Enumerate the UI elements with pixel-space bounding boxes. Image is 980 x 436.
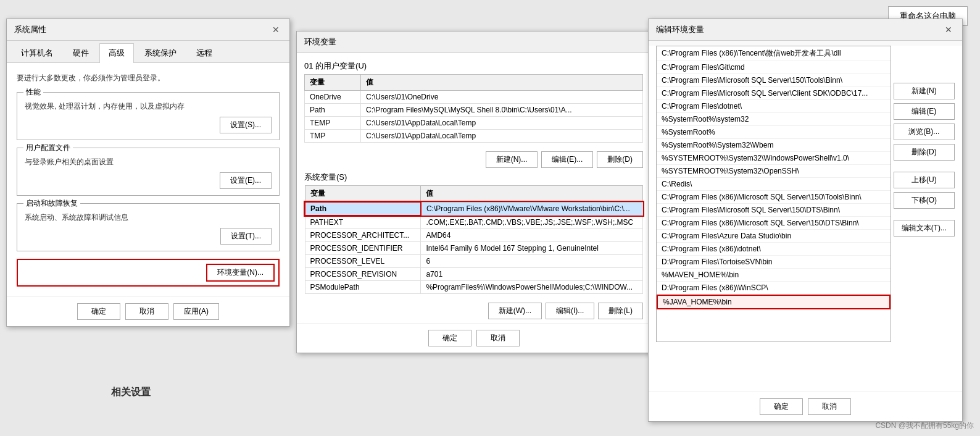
user-profile-settings-button[interactable]: 设置(E)... (220, 172, 272, 189)
user-vars-table: 变量 值 OneDriveC:\Users\01\OneDrivePathC:\… (304, 74, 643, 143)
path-entry[interactable]: C:\Program Files\Microsoft SQL Server\15… (657, 204, 891, 217)
user-var-name: TEMP (305, 117, 361, 130)
edit-ok-button[interactable]: 确定 (760, 398, 803, 415)
startup-recovery-label: 启动和故障恢复 (23, 198, 80, 209)
edit-env-footer: 确定 取消 (649, 392, 962, 421)
system-props-apply-button[interactable]: 应用(A) (173, 303, 219, 320)
edit-side-buttons: 新建(N) 编辑(E) 浏览(B)... 删除(D) 上移(U) 下移(O) 编… (894, 83, 955, 237)
env-dialog-body: 01 的用户变量(U) 变量 值 OneDriveC:\Users\01\One… (297, 53, 650, 323)
path-entry[interactable]: %SYSTEMROOT%\System32\OpenSSH\ (657, 165, 891, 178)
edit-up-button[interactable]: 上移(U) (894, 172, 955, 188)
path-entry[interactable]: C:\Program Files\Git\cmd (657, 61, 891, 74)
user-var-name: TMP (305, 130, 361, 143)
user-profile-label: 用户配置文件 (23, 143, 73, 153)
performance-settings-button[interactable]: 设置(S)... (220, 117, 272, 133)
env-cancel-button[interactable]: 取消 (476, 330, 520, 346)
user-profile-desc: 与登录账户相关的桌面设置 (25, 157, 272, 167)
system-props-ok-button[interactable]: 确定 (77, 303, 120, 320)
user-var-value: C:\Users\01\AppData\Local\Temp (360, 117, 642, 130)
sys-vars-section: 系统变量(S) 变量 值 PathC:\Program Files (x86)\… (304, 172, 643, 294)
sys-var-row[interactable]: PROCESSOR_LEVEL6 (305, 255, 643, 268)
sys-var-row[interactable]: PROCESSOR_IDENTIFIERIntel64 Family 6 Mod… (305, 242, 643, 255)
sys-new-button[interactable]: 新建(W)... (488, 303, 542, 319)
edit-text-button[interactable]: 编辑文本(T)... (894, 220, 955, 237)
performance-label: 性能 (23, 87, 43, 98)
path-entry[interactable]: D:\Program Files (x86)\WinSCP\ (657, 282, 891, 295)
path-entry[interactable]: %SYSTEMROOT%\System32\WindowsPowerShell\… (657, 152, 891, 165)
user-new-button[interactable]: 新建(N)... (486, 151, 538, 168)
tab-hardware[interactable]: 硬件 (64, 43, 98, 62)
tab-computer-name[interactable]: 计算机名 (12, 43, 62, 62)
system-props-close-button[interactable]: ✕ (270, 25, 282, 35)
path-entry[interactable]: C:\Program Files\Azure Data Studio\bin (657, 230, 891, 243)
system-props-cancel-button[interactable]: 取消 (125, 303, 168, 320)
sys-vars-label: 系统变量(S) (304, 172, 643, 183)
env-dialog-title: 环境变量 (304, 36, 336, 48)
path-entry[interactable]: C:\Program Files (x86)\Tencent\微信web开发者工… (657, 46, 891, 61)
edit-env-close-button[interactable]: ✕ (942, 25, 955, 35)
user-edit-button[interactable]: 编辑(E)... (541, 151, 593, 168)
path-entry[interactable]: C:\Program Files (x86)\Microsoft SQL Ser… (657, 191, 891, 204)
sys-var-value: .COM;.EXE;.BAT;.CMD;.VBS;.VBE;.JS;.JSE;.… (421, 216, 643, 229)
sys-var-value: %ProgramFiles%\WindowsPowerShell\Modules… (421, 281, 643, 294)
sys-var-row[interactable]: PROCESSOR_ARCHITECT...AMD64 (305, 229, 643, 242)
env-dialog-titlebar: 环境变量 (297, 31, 650, 53)
sys-var-row[interactable]: PATHEXT.COM;.EXE;.BAT;.CMD;.VBS;.VBE;.JS… (305, 216, 643, 229)
sys-var-row[interactable]: PROCESSOR_REVISIONa701 (305, 268, 643, 281)
tab-system-protection[interactable]: 系统保护 (135, 43, 186, 62)
sys-var-name: Path (305, 202, 421, 216)
user-var-row[interactable]: OneDriveC:\Users\01\OneDrive (305, 91, 643, 104)
path-entry[interactable]: %SystemRoot%\System32\Wbem (657, 139, 891, 152)
sys-var-row[interactable]: PSModulePath%ProgramFiles%\WindowsPowerS… (305, 281, 643, 294)
edit-env-titlebar: 编辑环境变量 ✕ (649, 19, 962, 41)
user-var-row[interactable]: PathC:\Program Files\MySQL\MySQL Shell 8… (305, 104, 643, 117)
edit-delete-button[interactable]: 删除(D) (894, 144, 955, 161)
admin-warning: 要进行大多数更改，你必须作为管理员登录。 (17, 73, 280, 83)
path-entry[interactable]: C:\Program Files\Microsoft SQL Server\Cl… (657, 87, 891, 100)
sys-delete-button[interactable]: 删除(L) (598, 303, 643, 319)
user-var-row[interactable]: TMPC:\Users\01\AppData\Local\Temp (305, 130, 643, 143)
user-var-value: C:\Users\01\OneDrive (360, 91, 642, 104)
user-var-value-header: 值 (360, 75, 642, 91)
tab-advanced[interactable]: 高级 (99, 43, 134, 63)
edit-new-button[interactable]: 新建(N) (894, 83, 955, 99)
startup-recovery-settings-button[interactable]: 设置(T)... (220, 228, 272, 245)
edit-edit-button[interactable]: 编辑(E) (894, 103, 955, 120)
path-entry[interactable]: C:\Program Files\Microsoft SQL Server\15… (657, 74, 891, 87)
sys-vars-table: 变量 值 PathC:\Program Files (x86)\VMware\V… (304, 185, 643, 294)
user-var-name: Path (305, 104, 361, 117)
user-profile-group: 用户配置文件 与登录账户相关的桌面设置 设置(E)... (17, 148, 280, 196)
user-var-row[interactable]: TEMPC:\Users\01\AppData\Local\Temp (305, 117, 643, 130)
system-props-title: 系统属性 (14, 24, 46, 35)
path-entry[interactable]: C:\Program Files (x86)\Microsoft SQL Ser… (657, 217, 891, 230)
user-var-value: C:\Program Files\MySQL\MySQL Shell 8.0\b… (360, 104, 642, 117)
path-entry[interactable]: C:\Program Files\dotnet\ (657, 100, 891, 113)
env-dialog-footer: 确定 取消 (297, 323, 650, 353)
path-entry[interactable]: D:\Program Files\TortoiseSVN\bin (657, 256, 891, 269)
path-entry[interactable]: %SystemRoot% (657, 126, 891, 139)
path-entry[interactable]: %JAVA_HOME%\bin (657, 295, 891, 309)
path-entry[interactable]: C:\Program Files (x86)\dotnet\ (657, 243, 891, 256)
path-entry[interactable]: %SystemRoot%\system32 (657, 113, 891, 126)
startup-recovery-group: 启动和故障恢复 系统启动、系统故障和调试信息 设置(T)... (17, 203, 280, 251)
watermark: CSDN @我不配拥有55kg的你 (875, 421, 974, 431)
sys-var-row[interactable]: PathC:\Program Files (x86)\VMware\VMware… (305, 202, 643, 216)
user-delete-button[interactable]: 删除(D) (597, 151, 643, 168)
path-entry[interactable]: C:\Redis\ (657, 178, 891, 191)
system-props-dialog: 系统属性 ✕ 计算机名 硬件 高级 系统保护 远程 要进行大多数更改，你必须作为… (6, 19, 290, 327)
tab-remote[interactable]: 远程 (187, 43, 222, 62)
edit-down-button[interactable]: 下移(O) (894, 192, 955, 209)
path-entry[interactable]: %MAVEN_HOME%\bin (657, 269, 891, 282)
system-props-body: 要进行大多数更改，你必须作为管理员登录。 性能 视觉效果, 处理器计划，内存使用… (7, 63, 289, 296)
edit-cancel-button[interactable]: 取消 (808, 398, 851, 415)
path-entries-list[interactable]: C:\Program Files (x86)\Tencent\微信web开发者工… (656, 46, 891, 342)
user-var-name: OneDrive (305, 91, 361, 104)
env-variables-button[interactable]: 环境变量(N)... (206, 264, 275, 282)
edit-env-title: 编辑环境变量 (656, 24, 704, 35)
sys-var-name: PSModulePath (305, 281, 421, 294)
sys-edit-button[interactable]: 编辑(I)... (546, 303, 594, 319)
edit-browse-button[interactable]: 浏览(B)... (894, 124, 955, 140)
performance-desc: 视觉效果, 处理器计划，内存使用，以及虚拟内存 (25, 101, 272, 112)
env-ok-button[interactable]: 确定 (428, 330, 471, 346)
edit-env-dialog: 编辑环境变量 ✕ C:\Program Files (x86)\Tencent\… (648, 19, 963, 422)
